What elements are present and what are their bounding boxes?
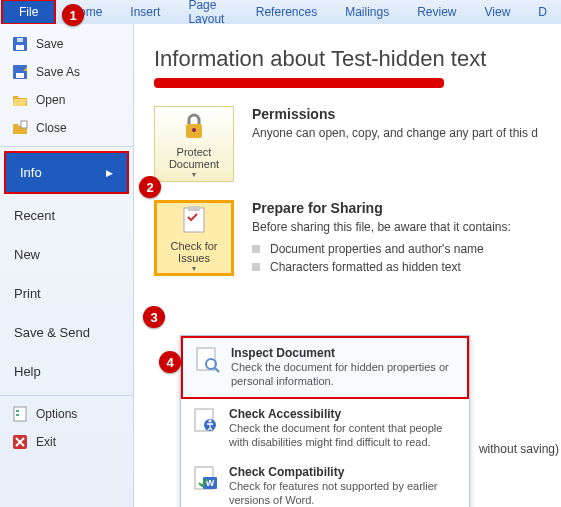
menu-separator (0, 146, 133, 147)
menu-recent-label: Recent (14, 208, 55, 223)
annotation-badge-1: 1 (62, 4, 84, 26)
svg-rect-12 (184, 208, 204, 232)
check-for-issues-label: Check for Issues (161, 240, 227, 264)
svg-rect-13 (188, 206, 200, 211)
dropdown-check-compatibility[interactable]: W Check Compatibility Check for features… (181, 457, 469, 507)
dropdown-item-desc: Check the document for hidden properties… (231, 360, 457, 389)
menu-open[interactable]: Open (0, 86, 133, 114)
tab-file[interactable]: File (1, 0, 56, 25)
tab-insert[interactable]: Insert (116, 1, 174, 23)
compatibility-icon: W (191, 465, 219, 493)
tab-review[interactable]: Review (403, 1, 470, 23)
menu-new[interactable]: New (0, 235, 133, 274)
menu-print[interactable]: Print (0, 274, 133, 313)
menu-help[interactable]: Help (0, 352, 133, 391)
svg-line-16 (215, 368, 219, 372)
dropdown-item-title: Check Compatibility (229, 465, 459, 479)
annotation-badge-2: 2 (139, 176, 161, 198)
menu-save[interactable]: Save (0, 30, 133, 58)
open-icon (12, 92, 28, 108)
tab-view[interactable]: View (471, 1, 525, 23)
menu-exit[interactable]: Exit (0, 428, 133, 456)
menu-savesend-label: Save & Send (14, 325, 90, 340)
ribbon-tabs: File Home Insert Page Layout References … (0, 0, 561, 24)
protect-document-label: Protect Document (159, 146, 229, 170)
permissions-body: Anyone can open, copy, and change any pa… (252, 126, 538, 140)
prepare-body: Before sharing this file, be aware that … (252, 220, 511, 234)
menu-separator (0, 395, 133, 396)
menu-open-label: Open (36, 93, 65, 107)
svg-rect-7 (16, 410, 19, 412)
menu-close[interactable]: Close (0, 114, 133, 142)
svg-rect-2 (17, 38, 23, 42)
inspect-icon (193, 346, 221, 374)
svg-rect-4 (16, 73, 24, 78)
menu-print-label: Print (14, 286, 41, 301)
svg-rect-8 (16, 414, 19, 416)
backstage-left-panel: Save Save As Open Close Info ▶ Recent Ne… (0, 24, 134, 507)
menu-info-label: Info (20, 165, 42, 180)
menu-savesend[interactable]: Save & Send (0, 313, 133, 352)
menu-new-label: New (14, 247, 40, 262)
menu-save-label: Save (36, 37, 63, 51)
menu-saveas-label: Save As (36, 65, 80, 79)
check-for-issues-button[interactable]: Check for Issues▾ (154, 200, 234, 276)
dropdown-item-title: Inspect Document (231, 346, 457, 360)
prepare-bullet: Characters formatted as hidden text (252, 258, 511, 276)
truncated-text: without saving) (479, 442, 559, 456)
permissions-heading: Permissions (252, 106, 538, 122)
checklist-icon (178, 204, 210, 236)
dropdown-check-accessibility[interactable]: Check Accessibility Check the document f… (181, 399, 469, 458)
lock-icon (178, 110, 210, 142)
save-as-icon (12, 64, 28, 80)
svg-point-11 (192, 128, 196, 132)
dropdown-item-desc: Check the document for content that peop… (229, 421, 459, 450)
tab-mailings[interactable]: Mailings (331, 1, 403, 23)
svg-rect-6 (14, 407, 26, 421)
chevron-right-icon: ▶ (106, 168, 113, 178)
prepare-heading: Prepare for Sharing (252, 200, 511, 216)
dropdown-item-desc: Check for features not supported by earl… (229, 479, 459, 507)
save-icon (12, 36, 28, 52)
dropdown-arrow-icon: ▾ (192, 170, 196, 179)
prepare-bullet: Document properties and author's name (252, 240, 511, 258)
close-icon (12, 120, 28, 136)
options-icon (12, 406, 28, 422)
annotation-badge-3: 3 (143, 306, 165, 328)
menu-options[interactable]: Options (0, 400, 133, 428)
accessibility-icon (191, 407, 219, 435)
tab-references[interactable]: References (242, 1, 331, 23)
menu-close-label: Close (36, 121, 67, 135)
menu-info[interactable]: Info ▶ (4, 151, 129, 194)
svg-point-19 (209, 419, 212, 422)
svg-rect-1 (16, 45, 24, 50)
check-issues-dropdown: Inspect Document Check the document for … (180, 335, 470, 507)
redaction-mark (154, 78, 444, 88)
menu-recent[interactable]: Recent (0, 196, 133, 235)
protect-document-button[interactable]: Protect Document▾ (154, 106, 234, 182)
menu-help-label: Help (14, 364, 41, 379)
tab-cut[interactable]: D (524, 1, 561, 23)
annotation-badge-4: 4 (159, 351, 181, 373)
dropdown-inspect-document[interactable]: Inspect Document Check the document for … (181, 336, 469, 399)
dropdown-item-title: Check Accessibility (229, 407, 459, 421)
menu-saveas[interactable]: Save As (0, 58, 133, 86)
menu-options-label: Options (36, 407, 77, 421)
exit-icon (12, 434, 28, 450)
page-title: Information about Test-hidden text (154, 46, 561, 72)
dropdown-arrow-icon: ▾ (192, 264, 196, 273)
svg-rect-5 (21, 121, 27, 128)
menu-exit-label: Exit (36, 435, 56, 449)
